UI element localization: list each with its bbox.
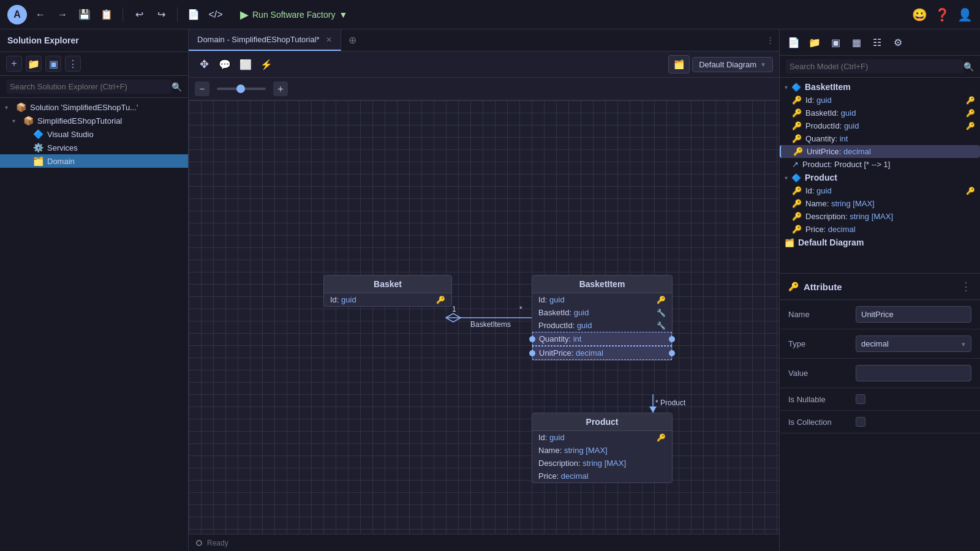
bi-id-label: Id: guid (538, 295, 565, 304)
basket-id-row[interactable]: Id: guid 🔑 (324, 293, 451, 306)
sidebar-item-label: Solution 'SimplifiedEShopTu...' (30, 103, 138, 112)
basketitem-class-icon: 🔷 (791, 83, 801, 92)
sidebar-item-solution[interactable]: ▾ 📦 Solution 'SimplifiedEShopTu...' (0, 100, 188, 114)
account-icon[interactable]: 👤 (957, 7, 973, 22)
bi-id-row[interactable]: Id: guid 🔑 (532, 293, 672, 306)
bi-productid-row[interactable]: ProductId: guid 🔧 (532, 319, 672, 332)
prop-name-input[interactable] (856, 306, 971, 323)
p-price-row[interactable]: Price: decimal (532, 470, 672, 482)
emoji-icon[interactable]: 😀 (912, 7, 927, 22)
basket-entity[interactable]: Basket Id: guid 🔑 (323, 275, 452, 307)
right-tree-basketitem[interactable]: ▾ 🔷 BasketItem (780, 80, 980, 94)
tab-close-icon[interactable]: ✕ (326, 36, 332, 44)
key-icon: 🔑 (436, 296, 445, 304)
connections-svg: 1 * BasketItems * 1 Product (189, 100, 779, 534)
diagram-canvas[interactable]: 1 * BasketItems * 1 Product Basket Id: g… (189, 100, 779, 534)
chevron-down-icon: ▾ (785, 174, 788, 181)
prop-nullable-checkbox[interactable] (856, 394, 865, 404)
bi-basketid-row[interactable]: BasketId: guid 🔧 (532, 306, 672, 319)
svg-marker-9 (649, 407, 657, 413)
basketitem-entity[interactable]: BasketItem Id: guid 🔑 BasketId: guid 🔧 P… (532, 275, 673, 361)
right-tree-p-id[interactable]: 🔑 Id: guid 🔑 (780, 184, 980, 197)
diagram-dropdown-label: Default Diagram (699, 60, 756, 69)
prop-type-select[interactable]: decimal string int guid bool (856, 335, 971, 352)
comment-tool-button[interactable]: 💬 (216, 55, 234, 73)
solution-icon: 📦 (16, 102, 26, 112)
sidebar-item-visualstudio[interactable]: ▾ 🔷 Visual Studio (0, 127, 188, 141)
save-button[interactable]: 💾 (76, 6, 93, 23)
zoom-out-button[interactable]: － (195, 81, 209, 96)
right-tree-default-diagram[interactable]: 🗂️ Default Diagram (780, 236, 980, 249)
right-expand-button[interactable]: ▣ (826, 33, 845, 51)
right-tree-bi-productid[interactable]: 🔑 ProductId: guid 🔑 (780, 119, 980, 132)
select-tool-button[interactable]: ✥ (195, 55, 213, 73)
zoom-in-button[interactable]: ＋ (273, 81, 288, 96)
new-file-button[interactable]: 📄 (185, 6, 202, 23)
redo-button[interactable]: ↪ (153, 6, 170, 23)
diagram-icon-button[interactable]: 🗂️ (668, 55, 690, 73)
right-tree-bi-basketid[interactable]: 🔑 BasketId: guid 🔑 (780, 107, 980, 119)
key-icon: 🔑 (657, 296, 666, 304)
attr-icon: 🔑 (792, 134, 802, 143)
right-tree-p-name[interactable]: 🔑 Name: string [MAX] (780, 197, 980, 210)
right-new-button[interactable]: 📄 (785, 33, 803, 51)
add-tab-button[interactable]: ⊕ (341, 34, 364, 46)
zoom-slider[interactable] (217, 88, 266, 90)
prop-value-input[interactable] (856, 365, 971, 381)
attr-icon: 🔑 (793, 147, 803, 156)
domain-tab[interactable]: Domain - SimplifiedEShopTutorial* ✕ (189, 29, 341, 51)
code-button[interactable]: </> (207, 6, 224, 23)
right-open-button[interactable]: 📁 (805, 33, 824, 51)
services-icon: ⚙️ (33, 143, 43, 152)
bi-quantity-row[interactable]: Quantity: int (532, 332, 672, 346)
right-tree-bi-id[interactable]: 🔑 Id: guid 🔑 (780, 94, 980, 107)
p-id-row[interactable]: Id: guid 🔑 (532, 431, 672, 444)
forward-button[interactable]: → (54, 6, 71, 23)
right-collapse-button[interactable]: ▦ (847, 33, 865, 51)
prop-value-label: Value (788, 369, 850, 378)
p-description-row[interactable]: Description: string [MAX] (532, 457, 672, 470)
sidebar-search-input[interactable] (6, 80, 172, 94)
right-tree-bi-unitprice[interactable]: 🔑 UnitPrice: decimal (780, 145, 980, 158)
sidebar-item-label: Services (47, 143, 78, 152)
tab-more-button[interactable]: ⋮ (766, 36, 774, 45)
lightning-tool-button[interactable]: ⚡ (257, 55, 276, 73)
sidebar-item-label: Domain (47, 157, 75, 166)
box-tool-button[interactable]: ⬜ (236, 55, 255, 73)
right-settings-button[interactable]: ⚙ (889, 33, 907, 51)
back-button[interactable]: ← (32, 6, 49, 23)
right-table-button[interactable]: ☷ (868, 33, 886, 51)
prop-name-row: Name (780, 300, 980, 329)
sidebar-collapse-button[interactable]: ⋮ (65, 56, 81, 72)
right-tree-bi-product[interactable]: ↗ Product: Product [* --> 1] (780, 158, 980, 171)
copy-button[interactable]: 📋 (98, 6, 115, 23)
right-tree-p-price[interactable]: 🔑 Price: decimal (780, 223, 980, 236)
sidebar-add-button[interactable]: + (6, 56, 22, 72)
sidebar-expand-button[interactable]: ▣ (45, 56, 61, 72)
zoom-thumb[interactable] (236, 84, 245, 93)
connect-dot-right2 (669, 350, 675, 356)
app-logo: A (7, 5, 27, 24)
right-tree-key-badge: 🔑 (966, 122, 975, 130)
prop-value-row: Value (780, 359, 980, 388)
sidebar-search-container: 🔍 (0, 76, 188, 98)
p-name-row[interactable]: Name: string [MAX] (532, 444, 672, 457)
undo-button[interactable]: ↩ (130, 6, 148, 23)
product-entity[interactable]: Product Id: guid 🔑 Name: string [MAX] De… (532, 413, 673, 483)
sidebar-item-services[interactable]: ▾ ⚙️ Services (0, 141, 188, 154)
right-tree-bi-quantity[interactable]: 🔑 Quantity: int (780, 132, 980, 145)
help-icon[interactable]: ❓ (935, 7, 950, 22)
bi-unitprice-row[interactable]: UnitPrice: decimal (532, 346, 672, 360)
sidebar-item-project[interactable]: ▾ 📦 SimplifiedEShopTutorial (0, 114, 188, 127)
sidebar-item-domain[interactable]: ▾ 🗂️ Domain (0, 154, 188, 168)
properties-menu-button[interactable]: ⋮ (960, 280, 971, 293)
right-tree-key-badge: 🔑 (966, 96, 975, 105)
prop-collection-checkbox[interactable] (856, 417, 865, 427)
right-tree-product[interactable]: ▾ 🔷 Product (780, 171, 980, 184)
default-diagram-dropdown[interactable]: Default Diagram ▼ (692, 57, 773, 72)
right-tree-p-description[interactable]: 🔑 Description: string [MAX] (780, 210, 980, 223)
sidebar-folder-button[interactable]: 📁 (26, 56, 42, 72)
run-software-factory-button[interactable]: ▶ Run Software Factory ▼ (234, 6, 353, 24)
right-search-input[interactable] (786, 59, 963, 73)
prop-nullable-label: Is Nullable (788, 395, 850, 404)
